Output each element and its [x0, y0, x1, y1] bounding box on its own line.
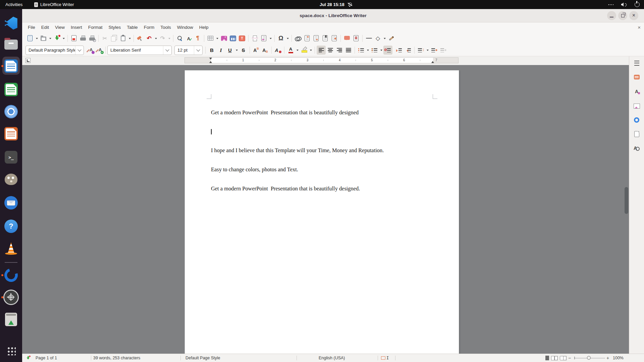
zoom-level-status[interactable]: 100% [613, 354, 624, 362]
close-button[interactable]: × [629, 11, 638, 20]
multi-page-view-button[interactable] [551, 356, 554, 360]
book-view-button[interactable] [560, 356, 564, 360]
clone-formatting-button[interactable] [136, 34, 145, 43]
font-name-dropdown[interactable] [163, 46, 171, 55]
new-document-button[interactable] [25, 34, 35, 43]
dock-item-app-grid[interactable] [0, 341, 22, 360]
dock-item-thunderbird[interactable] [0, 193, 22, 213]
activities-button[interactable]: Activities [5, 0, 22, 9]
insert-endnote-button[interactable] [312, 34, 321, 43]
paragraph-style-dropdown[interactable] [75, 46, 84, 55]
dock-item-trash[interactable] [0, 310, 22, 329]
highlight-color-dropdown[interactable] [309, 46, 313, 55]
export-pdf-button[interactable] [69, 34, 78, 43]
dock-item-blue-ring-app[interactable] [0, 265, 22, 285]
clear-formatting-button[interactable]: A⊗ [273, 46, 282, 55]
save-button[interactable] [52, 34, 61, 43]
titlebar[interactable]: space.docx - LibreOffice Writer × [22, 9, 644, 22]
strikethrough-button[interactable]: S [239, 46, 248, 55]
insert-field-button[interactable] [259, 34, 268, 43]
print-button[interactable] [78, 34, 88, 43]
minimize-button[interactable] [607, 11, 616, 20]
horizontal-ruler[interactable]: 1 2 3 4 5 6 7 [184, 57, 459, 63]
dock-item-chromium[interactable] [0, 102, 22, 121]
font-size-combo[interactable]: 12 pt [174, 46, 203, 55]
maximize-button[interactable] [618, 11, 627, 20]
sidebar-styles-tab[interactable]: A [629, 86, 644, 97]
menu-format[interactable]: Format [85, 22, 106, 32]
sidebar-settings-tab[interactable] [629, 57, 644, 69]
no-list-button[interactable]: ⊘ [383, 46, 392, 55]
dock-item-vlc[interactable] [0, 239, 22, 258]
zoom-slider-thumb[interactable] [587, 356, 591, 360]
save-status-indicator[interactable] [26, 354, 32, 362]
insert-comment-button[interactable] [342, 34, 352, 43]
line-spacing-button[interactable]: ↕ [416, 46, 425, 55]
bold-button[interactable]: B [207, 46, 216, 55]
find-replace-button[interactable] [175, 34, 184, 43]
insert-table-button[interactable] [206, 34, 215, 43]
dock-item-gimp[interactable] [0, 170, 22, 189]
horizontal-line-button[interactable] [364, 34, 373, 43]
dock-item-settings[interactable] [0, 288, 22, 307]
sidebar-properties-tab[interactable] [629, 71, 644, 83]
highlight-color-button[interactable] [300, 46, 309, 55]
underline-button[interactable]: U [225, 46, 234, 55]
page-break-button[interactable] [250, 34, 259, 43]
dock-item-files[interactable] [0, 35, 22, 54]
sidebar-style-inspector-tab[interactable]: A [629, 142, 644, 154]
power-button[interactable] [635, 0, 640, 9]
draw-functions-button[interactable] [387, 34, 396, 43]
ordered-list-button[interactable] [370, 46, 379, 55]
special-character-button[interactable]: Ω [276, 34, 285, 43]
menu-help[interactable]: Help [196, 22, 212, 32]
insert-footnote-button[interactable] [303, 34, 312, 43]
word-count-status[interactable]: 39 words, 253 characters [93, 354, 140, 362]
menu-insert[interactable]: Insert [68, 22, 85, 32]
menu-tools[interactable]: Tools [157, 22, 174, 32]
tab-stop-selector[interactable] [25, 58, 31, 63]
italic-button[interactable]: I [216, 46, 225, 55]
font-color-dropdown[interactable] [295, 46, 300, 55]
single-page-view-button[interactable] [545, 356, 549, 360]
sidebar-page-tab[interactable] [629, 128, 644, 140]
insert-textbox-button[interactable]: T [237, 34, 247, 43]
page-count-status[interactable]: Page 1 of 1 [36, 354, 57, 362]
menu-styles[interactable]: Styles [106, 22, 124, 32]
unordered-list-button[interactable] [357, 46, 366, 55]
insert-bookmark-button[interactable] [321, 34, 330, 43]
tray-menu-button[interactable] [608, 0, 613, 9]
dock-item-writer[interactable] [0, 56, 22, 76]
subscript-button[interactable]: AB [261, 46, 270, 55]
sidebar-navigator-tab[interactable] [629, 114, 644, 126]
insert-field-dropdown[interactable] [268, 34, 273, 43]
special-character-dropdown[interactable] [285, 34, 290, 43]
paragraph-spacing-decrease-button[interactable] [439, 46, 448, 55]
dock-item-vscode[interactable] [0, 13, 22, 33]
save-dropdown[interactable] [61, 34, 66, 43]
align-right-button[interactable] [335, 46, 344, 55]
hyperlink-button[interactable] [293, 34, 303, 43]
line-spacing-dropdown[interactable] [425, 46, 430, 55]
page-style-status[interactable]: Default Page Style [185, 354, 220, 362]
redo-dropdown[interactable] [167, 34, 171, 43]
open-dropdown[interactable] [48, 34, 52, 43]
font-name-combo[interactable]: Liberation Serif [107, 46, 172, 55]
underline-dropdown[interactable] [234, 46, 239, 55]
superscript-button[interactable]: AB [252, 46, 261, 55]
increase-indent-button[interactable] [394, 46, 404, 55]
zoom-out-button[interactable]: − [568, 354, 571, 362]
zoom-in-button[interactable]: + [606, 354, 609, 362]
insert-image-button[interactable] [219, 34, 228, 43]
paragraph-style-combo[interactable]: Default Paragraph Style [25, 46, 84, 55]
vertical-scrollbar-thumb[interactable] [625, 187, 628, 214]
insert-table-dropdown[interactable] [215, 34, 219, 43]
selection-mode-status[interactable]: I [381, 354, 389, 362]
new-style-button[interactable]: A+ [95, 46, 104, 55]
undo-button[interactable]: ↶ [145, 34, 154, 43]
cross-reference-button[interactable] [330, 34, 339, 43]
align-center-button[interactable] [326, 46, 335, 55]
print-preview-button[interactable] [88, 34, 97, 43]
new-document-dropdown[interactable] [35, 34, 39, 43]
dock-item-help[interactable]: ? [0, 217, 22, 236]
